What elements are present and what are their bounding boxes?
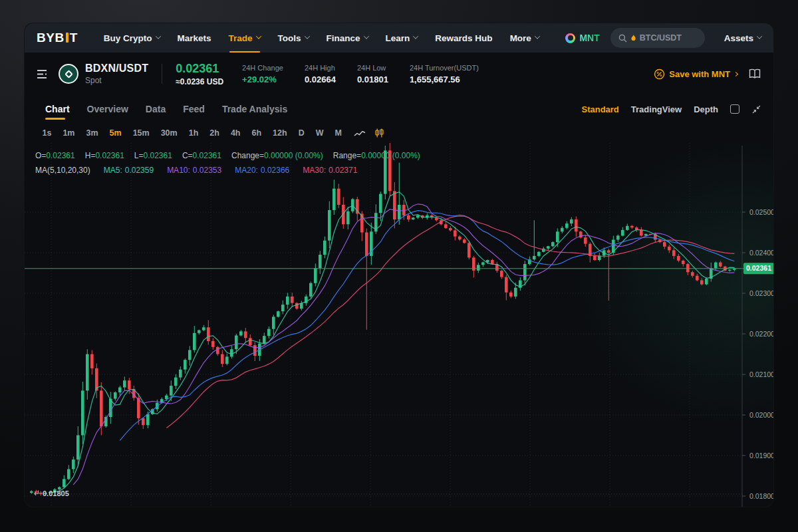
line-chart-icon[interactable]: [354, 130, 366, 137]
svg-text:0.02361: 0.02361: [746, 264, 771, 272]
tf-week[interactable]: W: [310, 128, 329, 138]
stat-24h-low: 24H Low 0.01801: [357, 64, 388, 84]
content-tabs: Chart Overview Data Feed Trade Analysis …: [25, 95, 773, 123]
stat-24h-change: 24H Change +29.02%: [242, 64, 283, 84]
tab-feed[interactable]: Feed: [174, 95, 213, 123]
nav-item-markets[interactable]: Markets: [169, 23, 220, 53]
tf-1s[interactable]: 1s: [37, 128, 57, 138]
nav-item-trade[interactable]: Trade: [220, 23, 269, 53]
tab-chart[interactable]: Chart: [37, 95, 78, 123]
chevron-right-icon: [733, 71, 738, 76]
stat-24h-high: 24H High 0.02664: [305, 64, 336, 84]
save-with-mnt-button[interactable]: Save with MNT: [654, 68, 737, 80]
orderbook-guide-icon[interactable]: [748, 68, 761, 79]
search-icon: [618, 34, 627, 43]
last-price: 0.02361: [176, 62, 223, 76]
tab-trade-analysis[interactable]: Trade Analysis: [213, 95, 296, 123]
nav-item-learn[interactable]: Learn: [377, 23, 427, 53]
logo-text: BYB: [37, 31, 65, 45]
session-low-marker: 0.01805: [33, 489, 69, 497]
nav-item-finance[interactable]: Finance: [318, 23, 377, 53]
chart-mode-depth[interactable]: Depth: [694, 104, 718, 114]
tf-15m[interactable]: 15m: [127, 128, 155, 138]
chart-area[interactable]: 0.025000.024000.023000.022000.021000.020…: [25, 143, 773, 507]
tf-4h[interactable]: 4h: [225, 128, 246, 138]
candlestick-icon[interactable]: [375, 128, 384, 138]
svg-text:0.02300: 0.02300: [749, 289, 774, 297]
search-box[interactable]: BTC/USDT: [610, 28, 705, 48]
nav-item-rewards-hub[interactable]: Rewards Hub: [426, 23, 501, 53]
chevron-down-icon: [304, 33, 309, 39]
chevron-down-icon: [255, 33, 261, 39]
nav-item-buy-crypto[interactable]: Buy Crypto: [95, 23, 169, 53]
svg-text:0.01800: 0.01800: [749, 492, 774, 500]
timeframe-bar: 1s 1m 3m 5m 15m 30m 1h 2h 4h 6h 12h D W …: [25, 123, 773, 143]
ticker-bar: BDXN/USDT Spot 0.02361 ≈0.0236 USD 24H C…: [25, 53, 773, 95]
chart-mode-standard[interactable]: Standard: [581, 104, 618, 114]
market-type-label: Spot: [85, 76, 148, 85]
mnt-label: MNT: [579, 33, 599, 43]
chart-mode-tradingview[interactable]: TradingView: [631, 104, 682, 114]
svg-text:0.02200: 0.02200: [749, 330, 774, 338]
collapse-icon[interactable]: [751, 104, 761, 114]
top-navbar: BYBT Buy Crypto Markets Trade Tools Fina…: [25, 23, 773, 53]
chevron-down-icon: [413, 33, 418, 39]
assets-menu[interactable]: Assets: [716, 33, 761, 43]
pair-block[interactable]: BDXN/USDT Spot: [85, 63, 148, 85]
tf-day[interactable]: D: [293, 128, 310, 138]
tf-month[interactable]: M: [329, 128, 347, 138]
bybit-logo[interactable]: BYBT: [37, 31, 78, 45]
tf-12h[interactable]: 12h: [267, 128, 293, 138]
tf-2h[interactable]: 2h: [204, 128, 225, 138]
mnt-token-button[interactable]: MNT: [565, 33, 599, 43]
tf-1m[interactable]: 1m: [57, 128, 80, 138]
nav-item-more[interactable]: More: [501, 23, 548, 53]
logo-i-bar: [66, 33, 68, 43]
hook-arrow-icon: [33, 489, 40, 497]
search-placeholder: BTC/USDT: [640, 33, 682, 43]
tab-overview[interactable]: Overview: [78, 95, 137, 123]
chevron-down-icon: [363, 33, 368, 39]
tf-1h[interactable]: 1h: [183, 128, 204, 138]
chevron-down-icon: [155, 33, 160, 39]
pair-name: BDXN/USDT: [85, 63, 148, 74]
chevron-down-icon: [757, 33, 762, 39]
svg-text:0.02400: 0.02400: [749, 249, 774, 257]
fee-discount-icon: [654, 68, 665, 80]
popout-window-icon[interactable]: [730, 104, 739, 114]
daily-stats: 24H Change +29.02% 24H High 0.02664 24H …: [242, 64, 479, 84]
mnt-token-icon: [565, 33, 575, 43]
tf-3m[interactable]: 3m: [80, 128, 104, 138]
nav-item-tools[interactable]: Tools: [269, 23, 318, 53]
divider: [162, 64, 162, 84]
chevron-down-icon: [535, 33, 540, 39]
coin-avatar: [59, 64, 78, 84]
price-usd: ≈0.0236 USD: [176, 77, 223, 86]
stat-24h-turnover: 24H Turnover(USDT) 1,655,667.56: [410, 64, 479, 84]
svg-text:0.02500: 0.02500: [749, 208, 774, 216]
svg-text:0.01900: 0.01900: [749, 452, 774, 460]
price-block: 0.02361 ≈0.0236 USD: [176, 62, 223, 86]
main-menu: Buy Crypto Markets Trade Tools Finance L…: [95, 23, 548, 53]
svg-text:0.02100: 0.02100: [749, 370, 774, 378]
candlestick-chart[interactable]: 0.025000.024000.023000.022000.021000.020…: [25, 143, 774, 507]
flame-icon: [630, 35, 636, 42]
tf-5m[interactable]: 5m: [104, 128, 127, 138]
trading-app-window: BYBT Buy Crypto Markets Trade Tools Fina…: [24, 23, 774, 507]
tf-30m[interactable]: 30m: [155, 128, 183, 138]
svg-text:0.02000: 0.02000: [749, 411, 774, 419]
tab-data[interactable]: Data: [137, 95, 174, 123]
pairs-list-icon[interactable]: [37, 69, 49, 79]
bdxn-coin-icon: [65, 70, 73, 78]
tf-6h[interactable]: 6h: [246, 128, 267, 138]
logo-text: T: [70, 31, 78, 45]
